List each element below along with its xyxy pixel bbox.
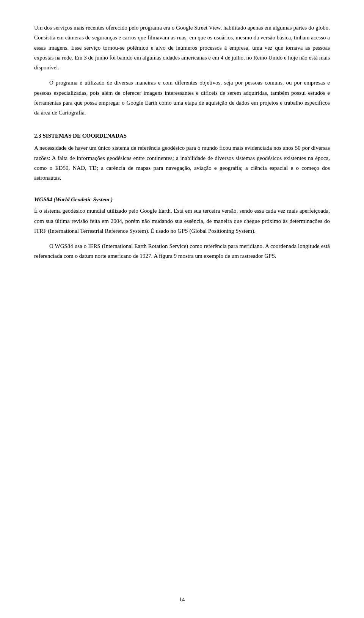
page: Um dos serviços mais recentes oferecido … <box>0 0 364 618</box>
paragraph-4: É o sistema geodésico mundial utilizado … <box>34 206 330 236</box>
paragraph-3: A necessidade de haver um único sistema … <box>34 143 330 183</box>
paragraph-2: O programa é utilizado de diversas manei… <box>34 78 330 118</box>
section-heading-2-3: 2.3 SISTEMAS DE COORDENADAS <box>34 133 330 139</box>
page-number: 14 <box>0 596 364 603</box>
paragraph-5: O WGS84 usa o IERS (International Earth … <box>34 241 330 261</box>
subsection-heading-wgs84: WGS84 (World Geodetic System ) <box>34 196 330 203</box>
paragraph-1: Um dos serviços mais recentes oferecido … <box>34 23 330 72</box>
